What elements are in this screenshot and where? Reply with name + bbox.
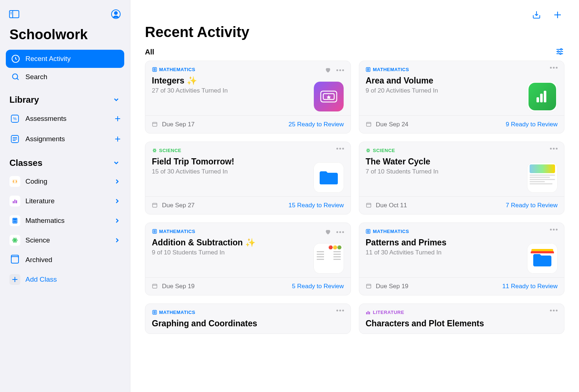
assignments-icon <box>9 134 20 144</box>
activity-card[interactable]: MATHEMATICS Area and Volume 9 of 20 Acti… <box>359 61 565 134</box>
nav-recent-activity[interactable]: Recent Activity <box>6 50 124 68</box>
card-category: SCIENCE <box>366 148 522 153</box>
due-label: Due Sep 24 <box>376 121 409 128</box>
card-footer: Due Sep 19 11 Ready to Review <box>359 277 564 295</box>
more-options-button[interactable] <box>336 231 344 233</box>
favorite-icon[interactable] <box>325 67 331 73</box>
card-title: Characters and Plot Elements <box>366 319 545 328</box>
nav-label: Recent Activity <box>25 55 71 63</box>
class-item-literature[interactable]: Literature <box>6 191 124 211</box>
classes-header[interactable]: Classes <box>6 149 124 172</box>
activity-card[interactable]: MATHEMATICS Graphing and Coordinates <box>145 303 351 334</box>
svg-rect-17 <box>15 200 16 203</box>
ready-to-review-link[interactable]: 5 Ready to Review <box>292 283 344 290</box>
search-icon <box>11 72 20 82</box>
app-title: Schoolwork <box>6 27 124 50</box>
filter-button[interactable] <box>556 48 564 56</box>
card-title: Graphing and Coordinates <box>152 319 331 328</box>
filter-label: All <box>145 48 154 56</box>
card-category: MATHEMATICS <box>366 229 522 234</box>
svg-rect-87 <box>369 312 370 314</box>
card-thumbnail <box>527 81 558 112</box>
library-assessments[interactable]: % Assessments + <box>6 109 124 129</box>
svg-point-24 <box>13 222 14 222</box>
calendar-icon <box>152 283 158 290</box>
add-class-button[interactable]: Add Class <box>6 270 124 289</box>
activity-card[interactable]: LITERATURE Characters and Plot Elements <box>359 303 565 334</box>
sidebar-top <box>6 6 124 27</box>
card-subtitle: 27 of 30 Activities Turned In <box>152 87 308 94</box>
class-item-mathematics[interactable]: Mathematics <box>6 211 124 230</box>
category-icon <box>152 229 157 234</box>
nav-search[interactable]: Search <box>6 68 124 86</box>
class-label: Archived <box>25 256 52 264</box>
ready-to-review-link[interactable]: 15 Ready to Review <box>288 202 344 209</box>
svg-point-30 <box>15 240 16 241</box>
more-options-button[interactable] <box>550 148 558 150</box>
library-header[interactable]: Library <box>6 86 124 109</box>
category-label: MATHEMATICS <box>373 229 409 234</box>
activity-card[interactable]: MATHEMATICS Patterns and Primes 11 of 30… <box>359 222 565 295</box>
due-date: Due Sep 24 <box>366 121 409 128</box>
class-item-coding[interactable]: Coding <box>6 172 124 191</box>
svg-rect-54 <box>540 94 543 102</box>
download-button[interactable] <box>531 9 542 20</box>
class-item-science[interactable]: Science <box>6 230 124 250</box>
more-options-button[interactable] <box>550 310 558 311</box>
more-options-button[interactable] <box>336 310 344 311</box>
category-icon <box>152 67 157 72</box>
more-options-button[interactable] <box>336 148 344 150</box>
calendar-icon <box>366 121 372 128</box>
add-button[interactable] <box>552 9 563 20</box>
svg-point-58 <box>153 150 156 151</box>
category-label: MATHEMATICS <box>159 310 195 315</box>
card-body: MATHEMATICS Patterns and Primes 11 of 30… <box>359 223 564 277</box>
svg-rect-86 <box>368 311 369 314</box>
chevron-down-icon <box>113 96 121 104</box>
library-assignments[interactable]: Assignments + <box>6 129 124 149</box>
ready-to-review-link[interactable]: 9 Ready to Review <box>506 121 558 128</box>
category-label: SCIENCE <box>159 148 181 153</box>
archive-icon <box>9 254 20 265</box>
card-footer: Due Sep 17 25 Ready to Review <box>145 115 351 133</box>
card-thumbnail: 🔴🟡🟢 <box>313 243 344 274</box>
ready-to-review-link[interactable]: 7 Ready to Review <box>506 202 558 209</box>
card-body: MATHEMATICS Area and Volume 9 of 20 Acti… <box>359 61 564 115</box>
card-subtitle: 11 of 30 Activities Turned In <box>366 249 522 256</box>
profile-icon[interactable] <box>110 9 121 20</box>
more-options-button[interactable] <box>550 67 558 69</box>
activity-card[interactable]: SCIENCE The Water Cycle 7 of 10 Students… <box>359 142 565 215</box>
ready-to-review-link[interactable]: 25 Ready to Review <box>288 121 344 128</box>
class-archived[interactable]: Archived <box>6 250 124 270</box>
svg-point-5 <box>114 12 117 15</box>
category-icon <box>366 310 371 315</box>
add-assessment-button[interactable]: + <box>115 113 121 124</box>
svg-rect-56 <box>367 122 371 126</box>
nav-label: Search <box>25 73 47 81</box>
activity-card[interactable]: MATHEMATICS Addition & Subtraction ✨ 9 o… <box>145 222 351 295</box>
sidebar-toggle-icon[interactable] <box>9 9 20 20</box>
section-title: Classes <box>9 158 42 168</box>
favorite-icon[interactable] <box>325 229 331 235</box>
due-date: Due Sep 27 <box>152 202 195 209</box>
sidebar: Schoolwork Recent Activity Search Librar… <box>0 0 130 392</box>
svg-text:%: % <box>13 117 17 121</box>
svg-rect-62 <box>153 203 157 207</box>
activity-card[interactable]: SCIENCE Field Trip Tomorrow! 15 of 30 Ac… <box>145 142 351 215</box>
cards-grid: MATHEMATICS Integers ✨ 27 of 30 Activiti… <box>145 61 564 334</box>
card-category: LITERATURE <box>366 310 545 315</box>
calendar-icon <box>152 202 158 209</box>
more-options-button[interactable] <box>550 229 558 230</box>
add-assignment-button[interactable]: + <box>115 133 121 145</box>
due-date: Due Oct 11 <box>366 202 407 209</box>
ready-to-review-link[interactable]: 11 Ready to Review <box>502 283 558 290</box>
activity-card[interactable]: MATHEMATICS Integers ✨ 27 of 30 Activiti… <box>145 61 351 134</box>
more-options-button[interactable] <box>336 69 344 71</box>
due-label: Due Sep 27 <box>162 202 195 209</box>
card-thumbnail <box>313 81 344 112</box>
category-label: MATHEMATICS <box>159 229 195 234</box>
card-footer: Due Sep 27 15 Ready to Review <box>145 196 351 214</box>
chevron-right-icon <box>114 198 121 204</box>
page-title: Recent Activity <box>145 24 564 48</box>
due-date: Due Sep 19 <box>366 283 409 290</box>
